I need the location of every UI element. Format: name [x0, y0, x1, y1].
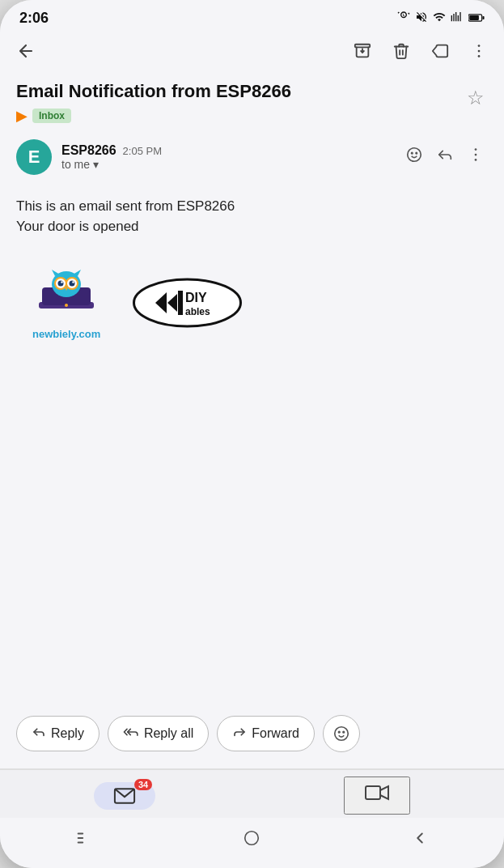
svg-point-11: [475, 148, 477, 151]
svg-rect-44: [245, 832, 259, 845]
sender-row: E ESP8266 2:05 PM to me ▾: [0, 131, 504, 183]
star-button[interactable]: ☆: [464, 83, 488, 113]
forward-label: Forward: [252, 726, 299, 741]
svg-point-24: [58, 280, 64, 286]
svg-text:DIY: DIY: [185, 291, 207, 304]
svg-point-13: [475, 159, 477, 161]
alarm-icon: [397, 11, 410, 26]
sender-left: E ESP8266 2:05 PM to me ▾: [16, 139, 162, 175]
svg-point-25: [70, 280, 75, 286]
more-options-button[interactable]: [467, 39, 491, 63]
sender-actions: [402, 143, 488, 172]
back-button[interactable]: [13, 38, 39, 64]
newbiely-owl-svg: [34, 270, 99, 325]
back-system-icon: [411, 829, 429, 847]
svg-point-36: [335, 727, 349, 741]
home-icon: [243, 829, 260, 847]
label-button[interactable]: [428, 39, 452, 63]
svg-point-9: [412, 152, 413, 153]
sender-time: 2:05 PM: [123, 145, 162, 157]
mail-nav-icon: [113, 787, 136, 805]
email-title-area: Email Notification from ESP8266 ▶ Inbox: [16, 80, 464, 125]
svg-point-12: [475, 153, 477, 155]
svg-rect-3: [355, 45, 370, 48]
emoji-action-button[interactable]: [323, 715, 360, 752]
status-icons: [397, 11, 485, 26]
svg-point-27: [72, 281, 74, 283]
home-button[interactable]: [223, 826, 280, 855]
status-time: 2:06: [19, 10, 49, 27]
sender-to-row[interactable]: to me ▾: [61, 158, 162, 171]
system-nav: [0, 818, 504, 868]
email-text: This is an email sent from ESP8266Your d…: [16, 196, 488, 237]
svg-rect-40: [366, 786, 380, 799]
svg-rect-33: [178, 291, 183, 315]
sender-more-button[interactable]: [464, 143, 488, 172]
reply-button[interactable]: Reply: [16, 716, 100, 751]
battery-icon: [468, 12, 485, 25]
diyables-logo-svg: DIY ables: [133, 278, 242, 328]
svg-point-10: [416, 152, 417, 153]
logo-area: newbiely.com DIY ables: [16, 237, 488, 356]
mute-icon: [415, 11, 428, 26]
email-toolbar: [0, 32, 504, 70]
reply-all-icon: [123, 725, 139, 742]
sender-name: ESP8266: [61, 143, 116, 158]
newbiely-logo: newbiely.com: [32, 270, 100, 340]
menu-icon: [75, 829, 93, 847]
email-badges: ▶ Inbox: [16, 107, 464, 125]
back-system-button[interactable]: [392, 826, 448, 855]
nav-mail-button[interactable]: 34: [94, 782, 155, 810]
toolbar-left: [13, 38, 39, 64]
sender-avatar: E: [16, 139, 52, 175]
svg-point-6: [478, 50, 481, 53]
signal-icon: [451, 11, 464, 26]
quick-reply-button[interactable]: [433, 143, 457, 172]
sender-to-label: to me: [61, 158, 90, 171]
inbox-badge: Inbox: [32, 108, 71, 123]
emoji-face-icon: [332, 725, 350, 742]
inbox-arrow-icon: ▶: [16, 107, 28, 125]
email-header: Email Notification from ESP8266 ▶ Inbox …: [0, 70, 504, 131]
svg-rect-1: [469, 15, 479, 20]
email-body: This is an email sent from ESP8266Your d…: [0, 183, 504, 702]
video-call-button[interactable]: [344, 777, 410, 815]
toolbar-right: [350, 39, 491, 63]
action-buttons-row: Reply Reply all Forward: [0, 702, 504, 768]
svg-point-37: [338, 731, 340, 733]
svg-point-5: [478, 45, 481, 47]
forward-button[interactable]: Forward: [217, 716, 315, 751]
svg-rect-2: [483, 15, 485, 19]
diyables-logo-wrapper: DIY ables: [133, 278, 242, 331]
reply-all-button[interactable]: Reply all: [108, 716, 209, 751]
reply-all-label: Reply all: [144, 726, 193, 741]
email-subject: Email Notification from ESP8266: [16, 80, 464, 104]
svg-point-29: [65, 304, 68, 307]
video-icon: [365, 783, 389, 802]
wifi-icon: [433, 11, 446, 26]
archive-button[interactable]: [350, 39, 375, 63]
svg-point-26: [61, 281, 62, 283]
menu-button[interactable]: [56, 826, 112, 855]
dropdown-icon: ▾: [93, 158, 99, 171]
phone-frame: 2:06: [0, 0, 504, 868]
bottom-nav: 34: [0, 769, 504, 818]
sender-info: ESP8266 2:05 PM to me ▾: [61, 143, 162, 171]
status-bar: 2:06: [0, 0, 504, 32]
svg-point-7: [478, 55, 481, 57]
emoji-react-button[interactable]: [402, 143, 426, 172]
svg-point-38: [343, 731, 345, 733]
nav-mail-wrapper: 34: [94, 782, 155, 810]
forward-icon: [232, 725, 247, 742]
svg-point-8: [408, 147, 421, 161]
reply-icon: [32, 725, 46, 742]
sender-name-time: ESP8266 2:05 PM: [61, 143, 162, 158]
reply-label: Reply: [51, 726, 84, 741]
mail-badge: 34: [134, 779, 152, 790]
newbiely-text: newbiely.com: [32, 328, 100, 340]
svg-text:ables: ables: [185, 306, 210, 317]
delete-button[interactable]: [389, 39, 413, 63]
